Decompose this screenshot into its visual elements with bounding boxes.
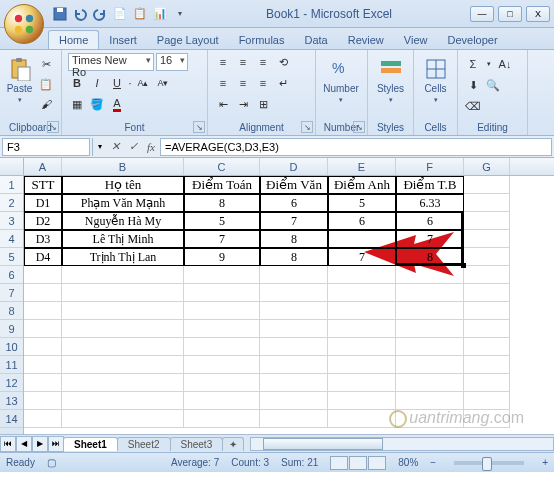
table-data-cell[interactable]: 6.33 [396,194,464,212]
qat-icon[interactable]: 📄 [112,6,128,22]
grid-cell[interactable] [464,338,510,356]
table-data-cell[interactable]: 6 [396,212,464,230]
page-break-view-button[interactable] [368,456,386,470]
save-icon[interactable] [52,6,68,22]
column-header[interactable]: F [396,158,464,175]
grid-cell[interactable] [260,284,328,302]
grid-cell[interactable] [464,392,510,410]
grid-cell[interactable] [396,392,464,410]
grid-cell[interactable] [464,410,510,428]
grid-cell[interactable] [396,356,464,374]
grid-cell[interactable] [464,266,510,284]
paste-button[interactable]: Paste ▾ [6,53,33,104]
qat-dropdown-icon[interactable]: ▾ [172,6,188,22]
table-data-cell[interactable]: D2 [24,212,62,230]
table-header-cell[interactable]: STT [24,176,62,194]
grid-cell[interactable] [260,410,328,428]
row-header[interactable]: 7 [0,284,23,302]
sheet-tab[interactable]: Sheet3 [170,437,224,451]
table-data-cell[interactable] [328,230,396,248]
border-icon[interactable]: ▦ [68,95,86,113]
sheet-tab-active[interactable]: Sheet1 [63,437,118,451]
grid-cell[interactable] [396,284,464,302]
align-center-icon[interactable]: ≡ [234,74,252,92]
align-bottom-icon[interactable]: ≡ [254,53,272,71]
grid-cell[interactable] [328,320,396,338]
grid-cell[interactable] [396,302,464,320]
grid-cell[interactable] [24,356,62,374]
horizontal-scrollbar[interactable] [250,437,554,451]
macro-record-icon[interactable]: ▢ [47,457,56,468]
row-header[interactable]: 5 [0,248,23,266]
table-header-cell[interactable]: Điểm Anh [328,176,396,194]
cells-area[interactable]: STTHọ tênĐiểm ToánĐiểm VănĐiểm AnhĐiểm T… [24,176,554,434]
dialog-launcher-icon[interactable]: ↘ [193,121,205,133]
grid-cell[interactable] [260,320,328,338]
chevron-down-icon[interactable]: ▾ [484,55,494,73]
prev-sheet-button[interactable]: ◀ [16,436,32,452]
grid-cell[interactable] [464,194,510,212]
table-data-cell[interactable]: 7 [396,230,464,248]
table-data-cell[interactable]: Lê Thị Minh [62,230,184,248]
table-header-cell[interactable]: Điểm T.B [396,176,464,194]
table-data-cell[interactable]: 7 [184,230,260,248]
undo-icon[interactable] [72,6,88,22]
grid-cell[interactable] [464,284,510,302]
zoom-in-button[interactable]: + [542,457,548,468]
first-sheet-button[interactable]: ⏮ [0,436,16,452]
sort-icon[interactable]: A↓ [496,55,514,73]
sheet-tab[interactable]: Sheet2 [117,437,171,451]
enter-icon[interactable]: ✓ [124,138,142,156]
copy-icon[interactable]: 📋 [37,75,55,93]
table-header-cell[interactable]: Họ tên [62,176,184,194]
table-data-cell[interactable]: 8 [260,230,328,248]
grid-cell[interactable] [464,176,510,194]
row-header[interactable]: 1 [0,176,23,194]
table-data-cell[interactable]: 7 [328,248,396,266]
row-header[interactable]: 12 [0,374,23,392]
minimize-button[interactable]: — [470,6,494,22]
grid-cell[interactable] [184,266,260,284]
merge-icon[interactable]: ⊞ [254,95,272,113]
table-data-cell[interactable]: Trịnh Thị Lan [62,248,184,266]
grid-cell[interactable] [184,338,260,356]
styles-button[interactable]: Styles▾ [374,53,407,104]
tab-home[interactable]: Home [48,30,99,49]
table-data-cell[interactable]: Nguyễn Hà My [62,212,184,230]
normal-view-button[interactable] [330,456,348,470]
row-header[interactable]: 11 [0,356,23,374]
grid-cell[interactable] [24,266,62,284]
autosum-icon[interactable]: Σ [464,55,482,73]
cut-icon[interactable]: ✂ [37,55,55,73]
grid-cell[interactable] [184,302,260,320]
number-format-button[interactable]: %Number▾ [322,53,360,104]
grid-cell[interactable] [62,302,184,320]
cells-button[interactable]: Cells▾ [420,53,451,104]
grid-cell[interactable] [184,356,260,374]
name-box[interactable]: F3 [2,138,90,156]
grid-cell[interactable] [396,320,464,338]
grid-cell[interactable] [260,266,328,284]
table-data-cell[interactable]: D4 [24,248,62,266]
tab-developer[interactable]: Developer [437,31,507,49]
grid-cell[interactable] [328,410,396,428]
row-header[interactable]: 6 [0,266,23,284]
grid-cell[interactable] [24,338,62,356]
table-data-cell[interactable]: 5 [328,194,396,212]
row-header[interactable]: 3 [0,212,23,230]
font-name-combo[interactable]: Times New Ro [68,53,154,71]
font-color-icon[interactable]: A [108,95,126,113]
table-data-cell[interactable]: 5 [184,212,260,230]
column-header[interactable]: D [260,158,328,175]
grid-cell[interactable] [62,374,184,392]
grid-cell[interactable] [24,302,62,320]
row-header[interactable]: 13 [0,392,23,410]
format-painter-icon[interactable]: 🖌 [37,95,55,113]
row-header[interactable]: 9 [0,320,23,338]
zoom-slider[interactable] [454,461,524,465]
shrink-font-icon[interactable]: A▾ [154,74,172,92]
dialog-launcher-icon[interactable]: ↘ [47,121,59,133]
grid-cell[interactable] [464,248,510,266]
grid-cell[interactable] [62,266,184,284]
close-button[interactable]: X [526,6,550,22]
